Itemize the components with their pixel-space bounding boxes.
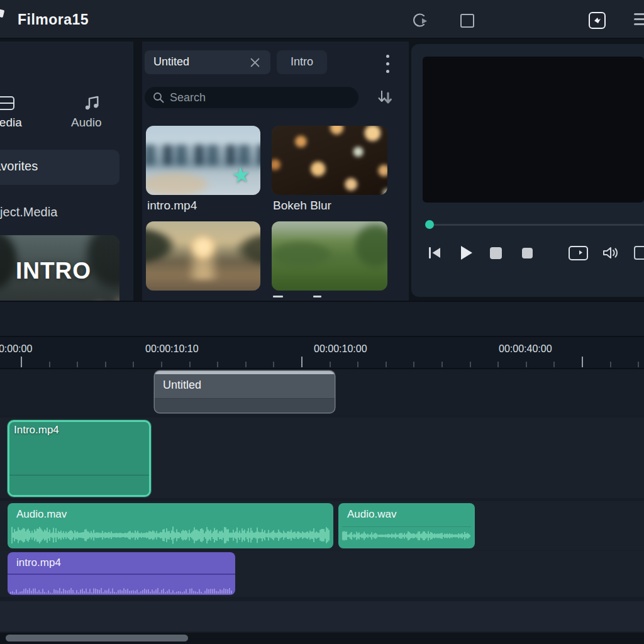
media-item-sunset[interactable]	[146, 221, 260, 291]
ruler-tick	[49, 362, 50, 367]
thumbnail-image	[272, 221, 387, 291]
intro-overlay-text: INTRO	[0, 258, 119, 284]
stop-button[interactable]	[490, 247, 502, 259]
clipped-label-fragment	[273, 296, 283, 297]
sidebar-item-favorites[interactable]: Favorites	[0, 150, 119, 185]
ruler-tick	[273, 362, 274, 367]
sidebar-tab-audio[interactable]: Audio	[71, 116, 102, 130]
ruler-tick	[161, 362, 162, 367]
ruler-tick	[330, 362, 331, 367]
audio-waveform	[342, 531, 471, 541]
app-logo-icon	[0, 9, 4, 18]
seek-bar[interactable]	[428, 224, 644, 226]
filmora-app: Filmora15 Media Audio Favorites Project.…	[0, 0, 644, 644]
sidebar-item-project-media[interactable]: Project.Media	[0, 205, 57, 219]
skip-to-start-button[interactable]	[426, 245, 443, 260]
media-item-bokeh[interactable]	[272, 126, 387, 195]
clip-audio-strip	[9, 475, 149, 495]
video-clip-label: Intro.mp4	[14, 424, 59, 436]
track-lane-empty[interactable]	[0, 601, 644, 631]
ruler-ticks	[0, 337, 644, 369]
tab-untitled-label: Untited	[153, 55, 189, 69]
ruler-tick	[301, 357, 303, 367]
tab-intro[interactable]: Intro	[277, 50, 327, 74]
sidebar-panel: Media Audio Favorites Project.Media INTR…	[0, 42, 133, 301]
render-preview-button[interactable]	[569, 246, 588, 260]
ruler-tick	[497, 362, 499, 367]
fullscreen-icon[interactable]	[634, 246, 644, 260]
volume-icon[interactable]	[601, 244, 620, 262]
ruler-tick	[189, 362, 191, 367]
media-item-label: Bokeh Blur	[273, 199, 331, 213]
rotate-preview-icon[interactable]	[410, 11, 429, 29]
clip-highlight	[155, 371, 335, 374]
search-input[interactable]	[170, 88, 346, 107]
tab-untitled[interactable]: Untited	[145, 50, 270, 74]
more-options-icon[interactable]	[386, 55, 390, 77]
ruler-tick	[441, 362, 443, 367]
close-tab-icon[interactable]	[250, 58, 260, 67]
ruler-tick	[133, 362, 134, 367]
ruler-tick	[245, 362, 247, 367]
media-tab-icon	[0, 94, 16, 112]
ruler-tick	[638, 362, 639, 367]
ruler-tick	[21, 357, 22, 367]
maximize-button[interactable]	[460, 14, 474, 28]
ruler-tick	[582, 357, 583, 367]
ruler-tick	[526, 362, 527, 367]
timeline-ruler[interactable]: 00:00:00 00:00:10:10 00:00:10:00 00:00:4…	[0, 337, 644, 369]
favorite-star-icon: ★	[230, 162, 252, 189]
ruler-tick	[77, 362, 78, 367]
music-clip-label: intro.mp4	[16, 557, 61, 569]
seek-handle[interactable]	[425, 220, 434, 229]
snapshot-button[interactable]	[522, 248, 533, 258]
audio-clip-label: Audio.wav	[347, 508, 396, 521]
ruler-tick	[217, 362, 218, 367]
ruler-tick	[610, 362, 611, 367]
music-waveform	[10, 587, 233, 594]
search-icon	[152, 91, 165, 104]
ruler-tick	[105, 362, 106, 367]
ruler-tick	[553, 362, 555, 367]
horizontal-scrollbar[interactable]	[0, 633, 644, 644]
tab-intro-label: Intro	[277, 55, 327, 69]
title-clip[interactable]: Untitled	[155, 371, 335, 413]
audio-waveform	[11, 526, 330, 545]
clipped-label-fragment	[313, 296, 321, 297]
music-clip[interactable]: intro.mp4	[8, 552, 235, 595]
titlebar: Filmora15	[0, 0, 644, 39]
search-bar[interactable]	[145, 87, 358, 108]
clip-divider	[342, 526, 471, 527]
thumbnail-image	[272, 126, 387, 195]
ruler-tick	[470, 362, 471, 367]
music-note-icon	[82, 93, 102, 113]
audio-clip-1[interactable]: Audio.mav	[8, 503, 333, 548]
title-clip-label: Untitled	[163, 379, 201, 392]
audio-clip-2[interactable]: Audio.wav	[338, 503, 475, 548]
audio-clip-label: Audio.mav	[16, 508, 67, 521]
menu-icon[interactable]	[634, 13, 644, 28]
app-title: Filmora15	[18, 11, 89, 28]
sort-icon[interactable]	[375, 87, 395, 108]
play-button[interactable]	[458, 244, 474, 262]
clip-divider	[8, 574, 235, 575]
timeline-toolbar	[0, 301, 644, 337]
scrollbar-thumb[interactable]	[6, 635, 188, 641]
export-button[interactable]	[589, 12, 606, 29]
ruler-tick	[386, 362, 387, 367]
preview-screen	[423, 57, 644, 203]
media-item-field[interactable]	[272, 221, 387, 291]
media-item-label: intro.mp4	[147, 199, 197, 213]
ruler-tick	[413, 362, 414, 367]
thumbnail-image	[146, 221, 260, 291]
sidebar-tab-media[interactable]: Media	[0, 116, 22, 130]
favorites-label: Favorites	[0, 159, 38, 174]
ruler-tick	[357, 362, 358, 367]
clip-lower-section	[155, 398, 335, 413]
